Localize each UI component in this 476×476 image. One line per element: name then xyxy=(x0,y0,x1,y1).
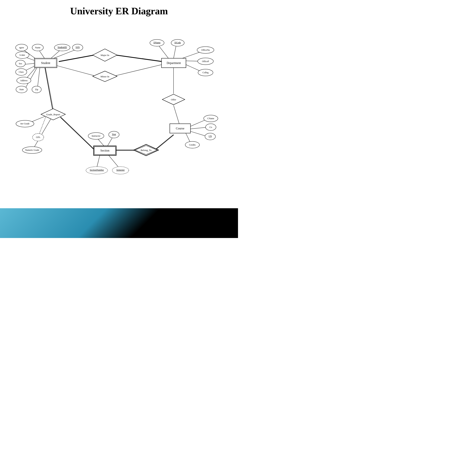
attr-studentid: StudentID xyxy=(58,46,67,49)
svg-line-3 xyxy=(115,55,162,61)
svg-line-18 xyxy=(60,117,94,150)
attr-letter-grade: tter Grade xyxy=(20,122,30,125)
svg-line-2 xyxy=(115,55,162,62)
attr-ssn: SSN xyxy=(75,46,80,49)
attr-instructor: Instructor xyxy=(92,135,101,137)
svg-line-1 xyxy=(59,55,94,61)
bottom-decoration xyxy=(0,208,238,238)
svg-line-26 xyxy=(173,44,176,59)
svg-line-24 xyxy=(173,105,179,124)
svg-line-25 xyxy=(157,44,169,59)
attr-sex: Sex xyxy=(19,62,22,65)
attr-colleg: Colleg xyxy=(203,71,208,74)
svg-line-17 xyxy=(45,66,54,113)
svg-line-16 xyxy=(45,66,53,113)
attr-cname: CName xyxy=(207,117,214,120)
attr-cn: CN xyxy=(209,135,212,137)
attr-gpa: GPA xyxy=(36,136,40,138)
svg-line-40 xyxy=(97,154,100,169)
attr-section-number: SectionNumber xyxy=(90,169,104,171)
attribution-text: Koushik De- - CSE, U... xyxy=(202,216,231,220)
attr-numeric-grade: Numeric Grade xyxy=(25,149,39,151)
attr-zip: Zip xyxy=(35,88,38,91)
attr-dname: DName xyxy=(153,41,160,44)
offer-label: Offer xyxy=(171,98,176,101)
svg-line-32 xyxy=(189,131,207,136)
attr-address: Address xyxy=(20,79,28,82)
attr-hdate: h date xyxy=(19,54,25,56)
svg-line-5 xyxy=(115,65,162,76)
page-title: University ER Diagram xyxy=(0,0,238,18)
major-in-label: Major In xyxy=(101,54,109,56)
attr-egree: egree xyxy=(19,46,24,49)
attr-co: Co xyxy=(210,126,212,128)
attr-class: Class xyxy=(19,71,24,73)
attr-year: Year xyxy=(112,133,116,136)
svg-line-37 xyxy=(155,135,174,151)
minor-in-label: Minor In xyxy=(101,75,109,78)
attr-credits: Credits xyxy=(189,144,196,146)
course-label: Course xyxy=(176,127,185,130)
student-label: Student xyxy=(41,61,51,65)
attr-name: Name xyxy=(35,46,41,49)
grade-report-label: Grade_Report xyxy=(46,113,60,116)
er-diagram-area: Student Department Course Section Major … xyxy=(0,18,238,182)
svg-line-36 xyxy=(155,135,173,150)
department-label: Department xyxy=(167,61,181,65)
attr-officenu: OfficeNu xyxy=(201,49,210,51)
svg-line-19 xyxy=(61,117,95,150)
attr-semester: Semester xyxy=(116,169,125,171)
belong-to-label: Belong_To xyxy=(141,149,152,152)
svg-line-0 xyxy=(59,55,94,62)
attr-officep: OfficeP xyxy=(202,60,209,63)
attr-state: State xyxy=(19,88,24,91)
section-label: Section xyxy=(101,149,110,152)
svg-line-4 xyxy=(56,66,94,76)
attr-dcode: DCode xyxy=(174,41,181,44)
